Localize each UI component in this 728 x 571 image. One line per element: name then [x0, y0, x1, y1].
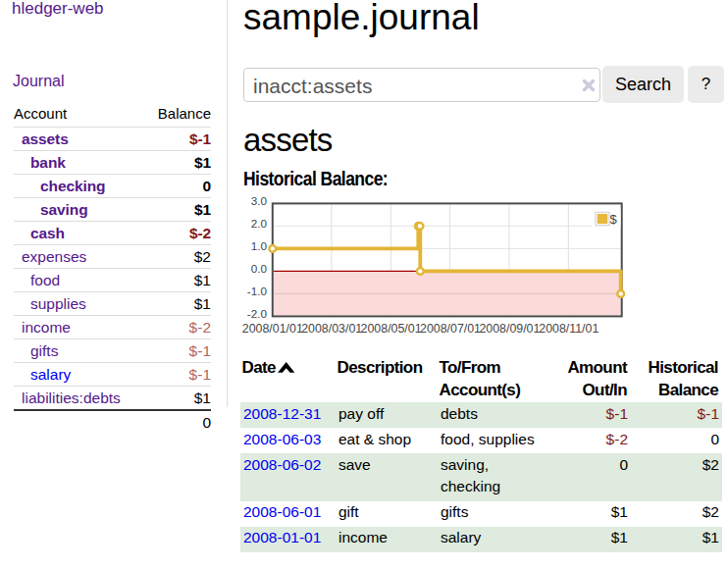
svg-text:3.0: 3.0	[251, 194, 268, 207]
svg-text:2008/03/01: 2008/03/01	[301, 322, 362, 336]
svg-text:2.0: 2.0	[251, 217, 268, 230]
svg-text:2008/09/01: 2008/09/01	[479, 322, 540, 336]
svg-text:2008/11/01: 2008/11/01	[539, 322, 598, 336]
svg-text:-1.0: -1.0	[247, 285, 268, 297]
svg-text:-2.0: -2.0	[247, 307, 268, 320]
svg-text:2008/05/01: 2008/05/01	[361, 322, 422, 336]
svg-text:1.0: 1.0	[251, 239, 268, 252]
svg-text:0.0: 0.0	[251, 262, 268, 275]
svg-text:2008/07/01: 2008/07/01	[420, 322, 481, 336]
svg-text:2008/01/01: 2008/01/01	[242, 322, 303, 336]
svg-text:$: $	[610, 212, 618, 227]
